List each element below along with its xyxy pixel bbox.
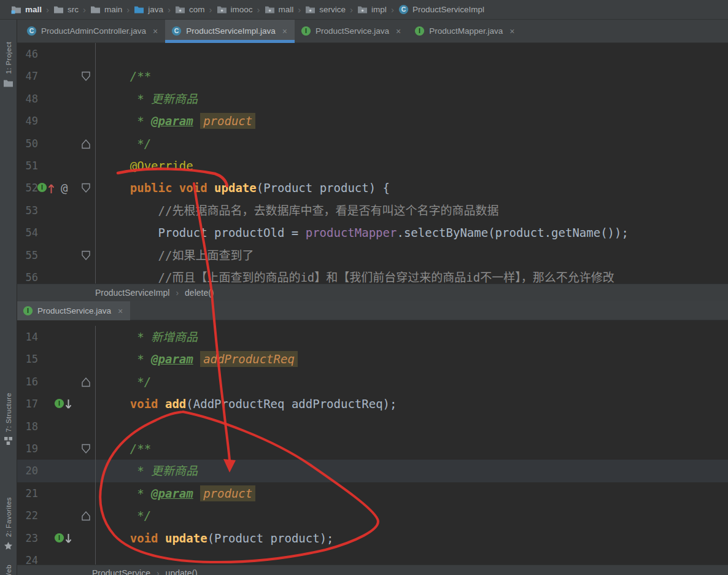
line-number: 16: [17, 371, 38, 393]
fold-marker-icon[interactable]: [81, 511, 91, 521]
split-tab-bar: I ProductService.java ×: [17, 301, 728, 320]
package-icon: [357, 4, 368, 15]
breadcrumb-item-impl[interactable]: impl: [357, 4, 387, 15]
breadcrumb-label: main: [104, 5, 122, 14]
code-line: 14 * 新增商品: [17, 326, 728, 348]
editor-pane-bottom[interactable]: 14 * 新增商品15 * @param addProductReq16 */1…: [17, 320, 728, 565]
fold-marker-icon[interactable]: [81, 377, 91, 387]
implemented-down-marker-icon[interactable]: I: [54, 398, 72, 411]
breadcrumb-item-mall[interactable]: mall: [265, 4, 294, 15]
breadcrumb-label: mall: [25, 5, 42, 14]
tool-button-web[interactable]: Web: [0, 565, 17, 575]
code-segment: /**: [102, 69, 151, 83]
code-text: /**: [96, 65, 151, 87]
chevron-right-icon: ›: [168, 4, 171, 15]
folder-icon: [53, 4, 64, 15]
breadcrumb-item-com[interactable]: com: [175, 4, 205, 15]
chevron-right-icon: ›: [209, 4, 212, 15]
code-segment: */: [102, 375, 151, 388]
interface-icon: I: [414, 26, 425, 36]
line-number: 19: [17, 438, 38, 460]
tool-window-stripe: 1: Project 7: Structure2: FavoritesWeb: [0, 20, 17, 575]
breadcrumb-interface[interactable]: ProductService: [92, 568, 150, 575]
breadcrumb-method[interactable]: delete(): [185, 288, 214, 298]
gutter: 16: [17, 371, 96, 393]
tool-button-label: 1: Project: [5, 42, 12, 74]
implemented-down-marker-icon[interactable]: I: [54, 533, 72, 545]
gutter: 54: [17, 222, 96, 244]
code-line: 17 I void add(AddProductReq addProductRe…: [17, 393, 728, 415]
editor-tab-ProductService.java[interactable]: IProductService.java×: [295, 20, 408, 42]
breadcrumb-item-mall[interactable]: mall: [11, 4, 42, 15]
fold-marker-icon[interactable]: [81, 71, 91, 82]
code-segment: [193, 114, 200, 128]
code-text: */: [96, 371, 151, 393]
code-text: * @param product: [96, 482, 255, 504]
breadcrumb-item-src[interactable]: src: [53, 4, 79, 15]
breadcrumb-item-main[interactable]: main: [90, 4, 122, 15]
editor-pane-top[interactable]: 4647 /**48 * 更新商品49 * @param product50 *…: [17, 43, 728, 284]
code-segment: [193, 352, 200, 366]
code-line: 53 //先根据商品名，去数据库中查，看是否有叫这个名字的商品数据: [17, 199, 728, 222]
tab-close-icon[interactable]: ×: [153, 26, 158, 36]
star-icon: [4, 541, 13, 550]
editor-tab-ProductMapper.java[interactable]: IProductMapper.java×: [408, 20, 522, 42]
fold-marker-icon[interactable]: [81, 183, 91, 193]
annotation-at-icon[interactable]: @: [61, 179, 68, 196]
tab-close-icon[interactable]: ×: [396, 26, 401, 36]
gutter: 19: [17, 438, 96, 460]
code-segment: (AddProductReq addProductReq);: [186, 397, 397, 411]
fold-marker-icon[interactable]: [81, 444, 91, 454]
code-text: void add(AddProductReq addProductReq);: [96, 393, 397, 415]
breadcrumb-item-ProductServiceImpl[interactable]: CProductServiceImpl: [398, 4, 484, 15]
gutter: 18: [17, 415, 96, 438]
line-number: 14: [17, 326, 38, 348]
code-line: 22 */: [17, 504, 728, 527]
breadcrumb-item-imooc[interactable]: imooc: [217, 4, 253, 15]
code-segment: update: [165, 531, 207, 545]
code-segment: productMapper: [306, 226, 397, 239]
code-segment: *: [102, 114, 151, 128]
tab-close-icon[interactable]: ×: [509, 26, 514, 36]
editor-tab-ProductAdminController.java[interactable]: CProductAdminController.java×: [20, 20, 165, 42]
breadcrumb-label: ProductServiceImpl: [412, 5, 484, 14]
tab-close-icon[interactable]: ×: [118, 306, 123, 316]
gutter: 46: [17, 43, 96, 65]
tab-close-icon[interactable]: ×: [282, 26, 287, 36]
code-segment: [102, 397, 130, 411]
code-text: * 更新商品: [96, 460, 198, 482]
code-text: */: [96, 133, 151, 155]
chevron-right-icon: ›: [350, 4, 353, 15]
ide-window: mall› src› main› java› com› imooc› mall›…: [0, 0, 728, 575]
code-segment: add: [165, 397, 186, 411]
code-segment: [102, 249, 158, 262]
gutter: 22: [17, 504, 96, 527]
line-number: 15: [17, 348, 38, 370]
gutter: 21: [17, 482, 96, 504]
code-segment: [102, 271, 158, 284]
tool-button-7-structure[interactable]: 7: Structure: [0, 393, 17, 446]
breadcrumb-class[interactable]: ProductServiceImpl: [95, 288, 169, 298]
breadcrumb-method[interactable]: update(): [166, 568, 198, 575]
tool-button-2-favorites[interactable]: 2: Favorites: [0, 497, 17, 550]
line-number: 21: [17, 482, 38, 504]
code-text: //先根据商品名，去数据库中查，看是否有叫这个名字的商品数据: [96, 199, 498, 222]
code-line: 54 Product productOld = productMapper.se…: [17, 222, 728, 244]
code-segment: [158, 397, 165, 411]
split-editor-tab[interactable]: I ProductService.java ×: [17, 301, 130, 320]
breadcrumb-item-java[interactable]: java: [134, 4, 163, 15]
code-segment: product: [200, 485, 255, 501]
line-number: 50: [17, 133, 38, 155]
line-number: 49: [17, 110, 38, 132]
chevron-right-icon: ›: [298, 4, 301, 15]
gutter: 23 I: [17, 527, 96, 549]
code-segment: addProductReq: [200, 351, 298, 367]
breadcrumb-item-service[interactable]: service: [305, 4, 346, 15]
editor-tab-ProductServiceImpl.java[interactable]: CProductServiceImpl.java×: [165, 20, 295, 42]
tool-button-1-project[interactable]: 1: Project: [0, 42, 17, 88]
fold-marker-icon[interactable]: [81, 250, 91, 261]
gutter: 55: [17, 244, 96, 266]
implements-up-marker-icon[interactable]: I: [37, 182, 55, 195]
svg-text:I: I: [305, 27, 307, 34]
fold-marker-icon[interactable]: [81, 139, 91, 149]
